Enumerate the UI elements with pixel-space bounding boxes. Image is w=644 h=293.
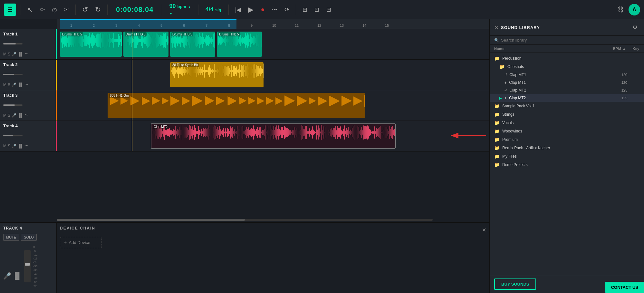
list-item[interactable]: ♦ Clap MT1 120	[490, 79, 644, 86]
track-1-clip-4[interactable]: Drums HHB 5	[217, 32, 262, 57]
track-4-volume-slider[interactable]	[3, 135, 23, 136]
track-4-content[interactable]: Clap MT2	[57, 121, 489, 151]
library-close-button[interactable]: ✕	[494, 24, 498, 31]
grid-button[interactable]: ⊟	[324, 5, 333, 15]
col-bpm: BPM ▲	[613, 47, 626, 51]
cursor-tool-button[interactable]: ↖	[25, 5, 35, 15]
undo-button[interactable]: ↺	[80, 4, 90, 15]
time-sig-display: 4/4 sig	[206, 6, 221, 13]
ruler-mark-12: 12	[308, 24, 331, 27]
list-item[interactable]: 📁 Oneshots	[490, 63, 644, 71]
track-2-wave[interactable]: 〜	[24, 82, 28, 87]
table-row: Track 3 M S 🎤 ▐▌ 〜 808 HH1 Gm	[0, 90, 489, 121]
export-button[interactable]: ⊞	[301, 5, 309, 15]
mute-solo-controls: MUTE SOLO	[3, 234, 53, 241]
search-icon: 🔍	[494, 38, 499, 43]
track-2-mute[interactable]: M	[3, 83, 6, 87]
track-1-volume-slider[interactable]	[3, 43, 23, 44]
menu-button[interactable]: ☰	[4, 4, 16, 16]
track-3-mute[interactable]: M	[3, 113, 6, 118]
list-item[interactable]: 📁 Percussion	[490, 54, 644, 63]
redo-button[interactable]: ↻	[93, 4, 103, 15]
bottom-track-info: TRACK 4 MUTE SOLO 🎤 ▐▌	[0, 223, 57, 293]
track-4-mic[interactable]: 🎤	[12, 144, 16, 148]
list-item[interactable]: -/ Clap MT2 125	[490, 86, 644, 94]
library-header: ✕ SOUND LIBRARY ⚙	[490, 19, 644, 36]
avatar[interactable]: A	[629, 4, 640, 15]
scissors-tool-button[interactable]: ✂	[62, 5, 71, 15]
connect-button[interactable]: ⛓	[615, 5, 625, 15]
list-item[interactable]: 📁 Strings	[490, 110, 644, 119]
track-4-mute[interactable]: M	[3, 144, 6, 148]
col-key: Key	[632, 47, 639, 51]
track-2-content[interactable]: 88 Flute Synth Bb	[57, 60, 489, 90]
track-3-bar[interactable]: ▐▌	[18, 113, 23, 118]
library-columns: Name BPM ▲ Key	[490, 45, 644, 53]
list-item[interactable]: -/ Clap MT1 120	[490, 71, 644, 79]
track-2-solo[interactable]: S	[8, 83, 10, 87]
track-3-mic[interactable]: 🎤	[12, 113, 16, 118]
play-icon[interactable]: ▶	[499, 96, 502, 100]
volume-fader[interactable]	[24, 250, 31, 282]
track-4-wave[interactable]: 〜	[24, 143, 28, 149]
list-item[interactable]: ▶ ♦ Clap MT2 125	[490, 94, 644, 102]
track-1-clip-2[interactable]: Drums HHB 5	[123, 32, 168, 57]
track-2-clip-1[interactable]: 88 Flute Synth Bb	[170, 62, 264, 87]
eq-icon[interactable]: ▐▌	[13, 272, 22, 279]
skip-back-icon: |◀	[235, 6, 241, 13]
loop-button[interactable]: ⟳	[283, 5, 291, 15]
import-button[interactable]: ⊡	[312, 5, 321, 15]
svg-marker-21	[329, 95, 340, 106]
solo-button[interactable]: SOLO	[21, 234, 37, 241]
divider2	[75, 5, 76, 15]
track-3-solo[interactable]: S	[8, 113, 10, 118]
track-3-clip-1[interactable]: 808 HH1 Gm	[108, 93, 365, 118]
track-3-volume-slider[interactable]	[3, 104, 23, 106]
skip-back-button[interactable]: |◀	[233, 5, 243, 15]
timeline-ruler[interactable]: 1 2 3 4 5 6 7 8 9 10 11 12 13 14 15	[57, 19, 489, 29]
track-2-bar[interactable]: ▐▌	[18, 83, 23, 87]
contact-us-button[interactable]: CONTACT US	[605, 282, 644, 293]
list-item[interactable]: 📁 Remix Pack - Artik x Kacher	[490, 144, 644, 152]
add-device-button[interactable]: + Add Device	[60, 237, 102, 248]
mic-icon[interactable]: 🎤	[3, 272, 11, 280]
waveform	[151, 124, 395, 141]
track-1-clip-3[interactable]: Drums HHB 5	[170, 32, 215, 57]
track-1-mute[interactable]: M	[3, 52, 6, 56]
track-2-volume-slider[interactable]	[3, 74, 23, 75]
library-settings-button[interactable]: ⚙	[630, 23, 639, 32]
track-3-wave[interactable]: 〜	[24, 112, 28, 118]
track-1-solo[interactable]: S	[8, 52, 10, 56]
play-button[interactable]: ▶	[246, 4, 255, 15]
list-item[interactable]: 📁 Sample Pack Vol 1	[490, 102, 644, 110]
list-item[interactable]: 📁 Premium	[490, 135, 644, 144]
svg-marker-3	[142, 97, 150, 105]
track-4-clip-1[interactable]: Clap MT2	[151, 123, 396, 149]
device-chain-close-button[interactable]: ✕	[482, 227, 486, 233]
track-3-content[interactable]: 808 HH1 Gm	[57, 90, 489, 121]
track-1-bar[interactable]: ▐▌	[18, 52, 23, 56]
wave-button[interactable]: 〜	[270, 5, 279, 15]
list-item[interactable]: 📁 My Files	[490, 152, 644, 161]
buy-sounds-button[interactable]: BUY SOUNDS	[494, 278, 536, 290]
list-item[interactable]: 📁 Vocals	[490, 119, 644, 127]
track-1-mic[interactable]: 🎤	[12, 52, 16, 56]
list-item[interactable]: 📁 Demo Projects	[490, 161, 644, 169]
mute-button[interactable]: MUTE	[3, 234, 19, 241]
horizontal-scrollbar[interactable]	[0, 218, 489, 222]
track-2-mic[interactable]: 🎤	[12, 83, 16, 87]
ruler-mark-11: 11	[285, 24, 308, 27]
export-icon: ⊞	[303, 6, 307, 13]
clock-tool-button[interactable]: ◷	[50, 5, 59, 15]
folder-icon: 📁	[494, 137, 500, 142]
list-item[interactable]: 📁 Woodwinds	[490, 127, 644, 135]
track-4-solo[interactable]: S	[8, 144, 10, 148]
track-1-wave[interactable]: 〜	[24, 51, 28, 57]
record-button[interactable]: ●	[259, 5, 266, 15]
device-chain-area: DEVICE CHAIN ✕ + Add Device	[57, 223, 489, 293]
pencil-tool-button[interactable]: ✏	[38, 5, 47, 15]
track-4-bar[interactable]: ▐▌	[18, 144, 23, 148]
track-1-content[interactable]: Drums HHB 5 Drums HHB 5 Drums HHB 5 Drum…	[57, 29, 489, 59]
track-1-clip-1[interactable]: Drums HHB 5	[60, 32, 122, 57]
search-input[interactable]	[501, 38, 639, 43]
